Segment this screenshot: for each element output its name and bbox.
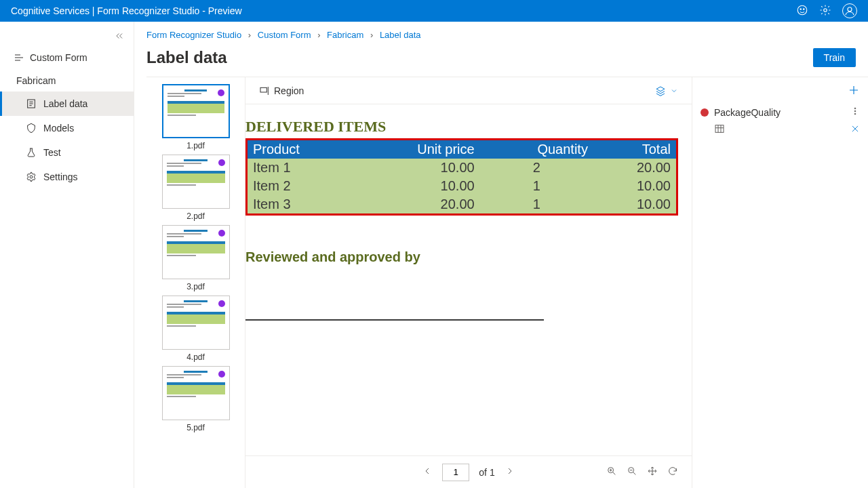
- svg-point-4: [848, 7, 852, 12]
- chevron-right-icon: ›: [248, 30, 251, 40]
- document-canvas[interactable]: DELIVERED ITEMS Product Unit price Quant…: [245, 104, 692, 455]
- sidebar-item-label: Settings: [43, 171, 78, 182]
- page-title: Label data: [146, 48, 813, 67]
- svg-point-10: [854, 108, 856, 109]
- region-tool-label: Region: [274, 85, 304, 96]
- breadcrumb-link[interactable]: Form Recognizer Studio: [146, 30, 241, 40]
- chevron-right-icon: ›: [317, 30, 320, 40]
- table-annotation-region[interactable]: Product Unit price Quantity Total Item 1…: [245, 138, 678, 216]
- thumbnail-label: 2.pdf: [162, 211, 230, 221]
- delete-label-icon[interactable]: [850, 124, 860, 136]
- collapse-sidebar-icon[interactable]: [0, 27, 134, 47]
- col-product: Product: [248, 140, 354, 159]
- table-subtype-icon[interactable]: [714, 123, 725, 136]
- thumbnail-list: 1.pdf 2.pdf 3.pdf 4.pdf 5.pdf: [146, 77, 245, 488]
- main-content: Form Recognizer Studio › Custom Form › F…: [134, 22, 868, 488]
- sidebar: Custom Form Fabricam Label data Models T…: [0, 22, 134, 488]
- svg-point-2: [804, 8, 805, 9]
- svg-point-12: [854, 113, 856, 115]
- thumbnail-label: 1.pdf: [162, 141, 230, 150]
- page-number-input[interactable]: [442, 464, 469, 481]
- zoom-in-icon[interactable]: [606, 466, 617, 479]
- zoom-out-icon[interactable]: [627, 466, 637, 479]
- signature-line: [245, 319, 544, 321]
- thumbnail-label: 5.pdf: [162, 423, 230, 432]
- add-label-button[interactable]: [848, 84, 860, 98]
- train-button[interactable]: Train: [813, 48, 856, 67]
- svg-rect-13: [715, 125, 724, 133]
- prev-page-button[interactable]: [422, 466, 433, 479]
- label-name: PackageQuality: [714, 107, 845, 118]
- region-tool-button[interactable]: Region: [259, 85, 304, 96]
- svg-point-11: [854, 110, 856, 112]
- document-viewer: Region DELIVERED ITEMS Product Unit pric…: [245, 77, 692, 488]
- thumbnail-item[interactable]: 5.pdf: [162, 366, 230, 432]
- label-color-dot: [701, 108, 709, 117]
- thumbnail-item[interactable]: 4.pdf: [162, 296, 230, 362]
- svg-point-3: [824, 8, 827, 12]
- label-more-icon[interactable]: [850, 106, 860, 118]
- breadcrumb-link[interactable]: Fabricam: [327, 30, 363, 40]
- breadcrumb: Form Recognizer Studio › Custom Form › F…: [146, 22, 868, 45]
- topbar-actions: [796, 3, 857, 18]
- fit-icon[interactable]: [647, 466, 658, 479]
- top-bar: Cognitive Services | Form Recognizer Stu…: [0, 0, 868, 22]
- sidebar-item-label: Test: [43, 147, 61, 158]
- sidebar-section-label: Custom Form: [30, 52, 87, 63]
- layers-dropdown[interactable]: [655, 85, 678, 96]
- feedback-icon[interactable]: [796, 4, 808, 18]
- thumbnail-label: 4.pdf: [162, 352, 230, 362]
- labels-panel: PackageQuality: [692, 77, 868, 488]
- reviewed-by-label: Reviewed and approved by: [245, 249, 678, 265]
- page-total-label: of 1: [479, 467, 494, 478]
- sidebar-project-name[interactable]: Fabricam: [0, 68, 134, 92]
- col-unit-price: Unit price: [354, 140, 480, 159]
- breadcrumb-link[interactable]: Custom Form: [258, 30, 311, 40]
- chevron-right-icon: ›: [370, 30, 373, 40]
- col-quantity: Quantity: [480, 140, 593, 159]
- sidebar-item-test[interactable]: Test: [0, 140, 134, 165]
- col-total: Total: [593, 140, 676, 159]
- app-title: Cognitive Services | Form Recognizer Stu…: [11, 5, 796, 16]
- document-toolbar: Region: [245, 77, 692, 104]
- sidebar-item-label: Label data: [43, 98, 87, 109]
- svg-rect-7: [260, 87, 267, 92]
- doc-section-heading: DELIVERED ITEMS: [245, 118, 678, 136]
- sidebar-item-label-data[interactable]: Label data: [0, 92, 134, 116]
- sidebar-section-custom-form[interactable]: Custom Form: [0, 47, 134, 68]
- svg-point-6: [30, 176, 33, 178]
- label-item[interactable]: PackageQuality: [701, 106, 860, 118]
- svg-point-1: [800, 8, 802, 9]
- thumbnail-label: 3.pdf: [162, 282, 230, 291]
- sidebar-item-models[interactable]: Models: [0, 116, 134, 140]
- rotate-icon[interactable]: [667, 466, 678, 479]
- thumbnail-item[interactable]: 2.pdf: [162, 155, 230, 221]
- settings-icon[interactable]: [819, 4, 831, 18]
- next-page-button[interactable]: [505, 466, 515, 479]
- thumbnail-item[interactable]: 3.pdf: [162, 225, 230, 291]
- svg-point-0: [797, 5, 807, 15]
- thumbnail-item[interactable]: 1.pdf: [162, 84, 230, 150]
- sidebar-item-settings[interactable]: Settings: [0, 165, 134, 189]
- document-pager: of 1: [245, 455, 692, 488]
- table-row: Item 1 10.00 2 20.00: [248, 159, 676, 177]
- table-row: Item 2 10.00 1 10.00: [248, 177, 676, 195]
- breadcrumb-current: Label data: [380, 30, 421, 40]
- table-row: Item 3 20.00 1 10.00: [248, 195, 676, 214]
- account-icon[interactable]: [842, 3, 857, 18]
- sidebar-item-label: Models: [43, 123, 74, 134]
- items-table: Product Unit price Quantity Total Item 1…: [248, 140, 676, 214]
